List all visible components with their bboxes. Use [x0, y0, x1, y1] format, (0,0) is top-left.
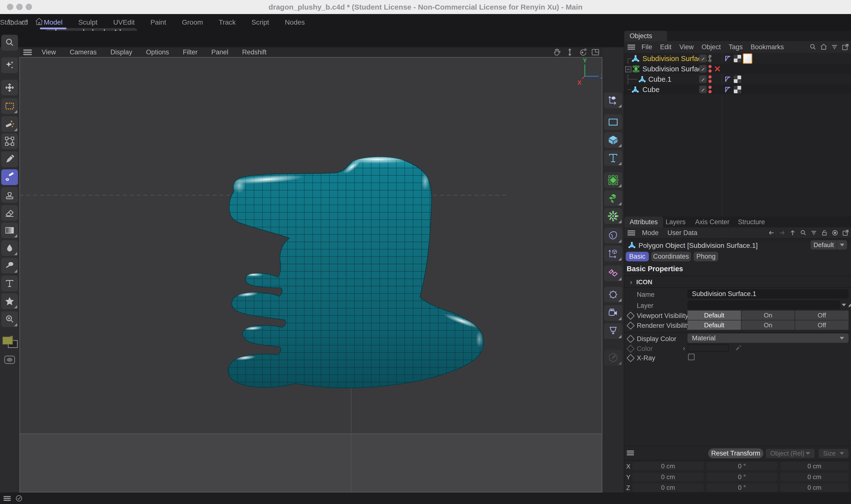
tree-row-subdivision-surface[interactable]: − Subdivision Surface ✕ — [624, 64, 851, 74]
popout-icon[interactable] — [841, 43, 849, 51]
object-name[interactable]: Cube — [642, 86, 659, 94]
coord-z-rotation-input[interactable]: 0 ° — [707, 483, 777, 492]
layer-caret-icon[interactable] — [841, 304, 846, 306]
visibility-dots[interactable] — [708, 75, 712, 83]
primitive-cube-icon[interactable] — [604, 132, 622, 148]
lock-icon[interactable] — [821, 229, 828, 236]
edit-enable-toggle[interactable] — [699, 86, 707, 93]
tree-row-subdivision-surface-1[interactable]: Subdivision Surface.1 — [624, 53, 851, 64]
renderer-visibility-on[interactable]: On — [741, 320, 795, 330]
magic-wand-icon[interactable] — [1, 116, 18, 132]
dolly-arrows-icon[interactable] — [565, 48, 574, 57]
coord-z-position-input[interactable]: 0 cm — [632, 483, 704, 492]
attributes-menu-icon[interactable] — [628, 230, 635, 235]
objects-menu-bookmarks[interactable]: Bookmarks — [750, 43, 784, 51]
attributes-menu-mode[interactable]: Mode — [642, 229, 659, 237]
objects-menu-edit[interactable]: Edit — [660, 43, 672, 51]
objects-menu-file[interactable]: File — [641, 43, 652, 51]
tab-objects[interactable]: Objects — [624, 31, 667, 41]
material-edit-icon[interactable] — [604, 350, 622, 365]
zoom-tool-icon[interactable] — [1, 311, 18, 327]
rectangle-select-icon[interactable] — [1, 98, 18, 114]
vp-menu-filter[interactable]: Filter — [183, 49, 197, 56]
vp-menu-display[interactable]: Display — [110, 49, 132, 56]
icon-group-row[interactable]: › ICON — [624, 277, 851, 287]
tab-layers[interactable]: Layers — [666, 217, 686, 228]
workspace-model[interactable]: Model — [44, 18, 63, 26]
uvw-tag[interactable] — [734, 75, 741, 83]
commander-search-icon[interactable] — [1, 35, 18, 51]
renderer-visibility-key-icon[interactable] — [626, 321, 635, 330]
tab-structure[interactable]: Structure — [738, 217, 765, 228]
coordinates-menu-icon[interactable] — [627, 451, 634, 455]
pan-hand-icon[interactable] — [553, 48, 562, 57]
renderer-visibility-off[interactable]: Off — [795, 320, 849, 330]
coord-z-size-input[interactable]: 0 cm — [780, 483, 849, 492]
layer-input[interactable] — [688, 300, 840, 310]
workspace-track[interactable]: Track — [219, 18, 236, 26]
objects-menu-tags[interactable]: Tags — [729, 43, 743, 51]
viewport-menu-icon[interactable] — [23, 50, 32, 55]
picker-pen-icon[interactable] — [1, 151, 18, 167]
move-tool-icon[interactable] — [1, 80, 18, 95]
camera-icon[interactable] — [604, 305, 622, 321]
frame-toggle-icon[interactable] — [591, 48, 600, 57]
workspace-standard[interactable]: Standard — [0, 18, 28, 26]
chip-coordinates[interactable]: Coordinates — [651, 252, 691, 262]
vp-menu-options[interactable]: Options — [146, 49, 169, 56]
up-arrow-icon[interactable] — [789, 229, 796, 236]
tree-row-cube[interactable]: Cube — [624, 85, 851, 94]
workspace-uvedit[interactable]: UVEdit — [113, 18, 135, 26]
attributes-menu-user-data[interactable]: User Data — [668, 229, 697, 237]
deformer-gear-icon[interactable] — [604, 208, 622, 224]
filter-icon[interactable] — [831, 43, 838, 51]
brush-tool-icon[interactable] — [1, 169, 18, 185]
chip-phong[interactable]: Phong — [694, 252, 718, 262]
drop-fill-icon[interactable] — [1, 240, 18, 256]
name-input[interactable]: Subdivision Surface.1 — [688, 289, 849, 299]
stamp-tool-icon[interactable] — [1, 187, 18, 203]
vp-menu-view[interactable]: View — [41, 49, 56, 56]
ai-sparkles-icon[interactable] — [1, 57, 18, 73]
dragon-plushy-model[interactable] — [228, 156, 484, 388]
instance-icon[interactable] — [604, 266, 622, 281]
layer-eyedropper-icon[interactable] — [847, 301, 851, 308]
workspace-sculpt[interactable]: Sculpt — [78, 18, 97, 26]
uvw-tag[interactable] — [734, 55, 741, 62]
smudge-pin-icon[interactable] — [1, 258, 18, 273]
objects-menu-icon[interactable] — [628, 44, 635, 50]
display-color-dropdown[interactable]: Material — [688, 334, 849, 343]
record-icon[interactable] — [832, 229, 838, 236]
renderer-visibility-default[interactable]: Default — [688, 320, 741, 330]
mask-preview[interactable] — [1, 352, 18, 368]
coord-y-position-input[interactable]: 0 cm — [632, 473, 704, 481]
chip-basic[interactable]: Basic — [626, 252, 649, 262]
viewport-visibility-key-icon[interactable] — [626, 311, 635, 320]
forward-arrow-icon[interactable] — [779, 229, 785, 236]
spline-primitive-icon[interactable] — [604, 114, 622, 130]
null-axes-icon[interactable] — [604, 246, 622, 262]
star-shape-icon[interactable] — [1, 293, 18, 309]
coord-y-size-input[interactable]: 0 cm — [780, 473, 849, 481]
phong-tag[interactable] — [724, 55, 731, 62]
volume-builder-icon[interactable] — [604, 190, 622, 206]
visibility-dots[interactable] — [708, 65, 712, 73]
transform-tool-icon[interactable] — [1, 133, 18, 149]
filter-icon[interactable] — [810, 229, 817, 236]
workspace-groom[interactable]: Groom — [182, 18, 203, 26]
color-swatches[interactable]: C — [2, 335, 17, 350]
collapse-toggle-icon[interactable]: − — [625, 66, 631, 72]
edit-enable-toggle[interactable] — [699, 75, 707, 83]
color-expand-chevron[interactable]: › — [683, 344, 685, 352]
tree-row-cube-1[interactable]: Cube.1 — [624, 74, 851, 84]
viewport[interactable]: Y Z X — [19, 57, 602, 492]
phong-tag[interactable] — [724, 86, 731, 93]
stage-icon[interactable] — [604, 323, 622, 339]
vp-menu-redshift[interactable]: Redshift — [242, 49, 266, 56]
workspace-paint[interactable]: Paint — [150, 18, 166, 26]
object-name[interactable]: Subdivision Surface — [642, 65, 706, 73]
coordinate-mode-dropdown[interactable]: Object (Rel) — [766, 449, 815, 458]
search-icon[interactable] — [800, 229, 807, 236]
back-arrow-icon[interactable] — [768, 229, 775, 236]
tab-attributes[interactable]: Attributes — [624, 217, 663, 228]
